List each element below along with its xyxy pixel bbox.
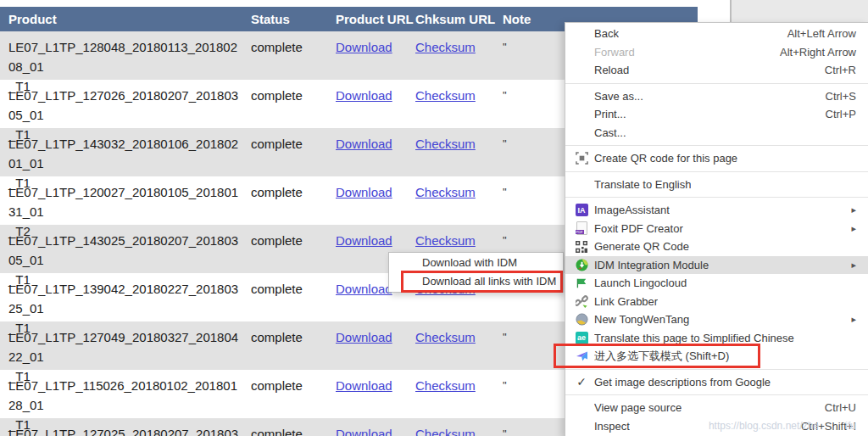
submenu-item-label: Download all links with IDM (422, 275, 556, 288)
download-link[interactable]: Download (336, 427, 392, 436)
menu-separator (565, 394, 868, 395)
menu-item-inspect[interactable]: Inspecthttps://blog.csdn.net/zheifuCtrl+… (565, 417, 868, 436)
menu-item-shortcut: Ctrl+P (826, 108, 856, 120)
menu-item-icon-slot: IA (572, 204, 591, 216)
menu-separator (565, 171, 868, 172)
download-link[interactable]: Download (336, 282, 392, 296)
checksum-link[interactable]: Checksum (415, 88, 476, 103)
menu-item-label: IDM Integration Module (594, 259, 709, 271)
context-menu: BackAlt+Left ArrowForwardAlt+Right Arrow… (565, 22, 868, 436)
menu-item-translate-to-english[interactable]: Translate to English (565, 176, 868, 194)
link-icon (576, 295, 588, 308)
checksum-link[interactable]: Checksum (415, 378, 476, 393)
checksum-link[interactable]: Checksum (415, 40, 476, 54)
menu-separator (565, 197, 868, 198)
menu-item-back[interactable]: BackAlt+Left Arrow (565, 25, 868, 43)
checksum-link[interactable]: Checksum (415, 185, 476, 199)
ia-icon: IA (576, 204, 588, 216)
menu-item-launch-lingocloud[interactable]: Launch Lingocloud (565, 274, 868, 293)
qrscan-icon (576, 152, 588, 165)
menu-item-view-page-source[interactable]: View page sourceCtrl+U (565, 399, 868, 417)
menu-item-label: Reload (594, 64, 629, 76)
column-header-product-url: Product URL (336, 12, 415, 26)
chevron-right-icon: ▸ (851, 314, 856, 325)
menu-item-multi-select-download-mode[interactable]: 进入多选下载模式 (Shift+D) (565, 347, 868, 366)
checksum-link[interactable]: Checksum (415, 330, 476, 344)
chevron-right-icon: ▸ (851, 204, 856, 215)
menu-item-cast[interactable]: Cast... (565, 124, 868, 143)
menu-item-label: Inspect (594, 420, 630, 433)
column-header-product: Product (8, 12, 251, 26)
status-value: complete (251, 424, 336, 436)
menu-item-icon-slot (572, 349, 591, 363)
download-link[interactable]: Download (336, 137, 392, 151)
submenu-item-download-with-idm[interactable]: Download with IDM (389, 254, 563, 272)
menu-item-icon-slot: ✓ (572, 375, 591, 388)
menu-item-reload[interactable]: ReloadCtrl+R (565, 61, 868, 80)
pdf-icon (576, 221, 587, 235)
download-link[interactable]: Download (336, 330, 392, 344)
menu-item-label: Save as... (594, 90, 643, 103)
menu-item-icon-slot (572, 259, 591, 271)
download-link[interactable]: Download (336, 88, 392, 103)
menu-item-shortcut: Ctrl+U (825, 401, 856, 414)
menu-item-icon-slot: ae (572, 332, 591, 344)
menu-item-icon-slot (572, 152, 591, 165)
menu-item-label: ImageAssistant (594, 204, 670, 216)
column-header-chksum-url: Chksum URL (415, 12, 503, 26)
menu-item-label: Back (594, 27, 619, 40)
menu-item-forward[interactable]: ForwardAlt+Right Arrow (565, 43, 868, 62)
menu-item-icon-slot (572, 277, 591, 289)
browser-edge-strip (730, 0, 868, 22)
chevron-right-icon: ▸ (851, 260, 856, 271)
menu-item-label: Forward (594, 46, 635, 59)
menu-item-label: Foxit PDF Creator (594, 222, 683, 235)
menu-item-label: Cast... (594, 126, 626, 139)
globe-icon (576, 313, 588, 326)
chevron-right-icon: ▸ (851, 223, 856, 234)
checksum-link[interactable]: Checksum (415, 137, 476, 151)
menu-item-label: Print... (594, 108, 626, 120)
checksum-link[interactable]: Checksum (415, 427, 476, 436)
menu-item-icon-slot (572, 295, 591, 308)
menu-item-label: 进入多选下载模式 (Shift+D) (594, 349, 729, 364)
menu-separator (565, 145, 868, 146)
menu-item-label: Launch Lingocloud (594, 277, 687, 289)
download-link[interactable]: Download (336, 233, 392, 248)
download-link[interactable]: Download (336, 185, 392, 199)
menu-item-create-qr-code[interactable]: Create QR code for this page (565, 149, 868, 168)
qr-icon (576, 241, 587, 253)
menu-item-generate-qr-code[interactable]: Generate QR Code (565, 238, 868, 256)
check-icon: ✓ (576, 375, 587, 388)
menu-item-get-image-descriptions[interactable]: ✓Get image descriptions from Google (565, 373, 868, 392)
checksum-link[interactable]: Checksum (415, 233, 476, 248)
submenu-item-download-all-links-with-idm[interactable]: Download all links with IDM (389, 272, 563, 291)
ae-icon: ae (576, 332, 588, 344)
menu-item-image-assistant[interactable]: IAImageAssistant▸ (565, 201, 868, 220)
menu-separator (565, 83, 868, 84)
menu-item-idm-integration-module[interactable]: IDM Integration Module▸ (565, 256, 868, 275)
menu-item-label: View page source (594, 401, 682, 414)
menu-item-link-grabber[interactable]: Link Grabber (565, 293, 868, 311)
menu-item-label: Create QR code for this page (594, 152, 737, 165)
menu-item-icon-slot (572, 241, 591, 253)
menu-item-shortcut: Ctrl+Shift+I (801, 420, 856, 433)
download-link[interactable]: Download (336, 378, 392, 393)
menu-item-shortcut: Alt+Right Arrow (780, 46, 856, 59)
bird-icon (575, 349, 588, 363)
menu-item-foxit-pdf-creator[interactable]: Foxit PDF Creator▸ (565, 220, 868, 238)
menu-item-save-as[interactable]: Save as...Ctrl+S (565, 87, 868, 106)
menu-item-shortcut: Ctrl+S (826, 90, 856, 103)
idm-icon (576, 259, 588, 271)
menu-item-print[interactable]: Print...Ctrl+P (565, 105, 868, 124)
download-link[interactable]: Download (336, 40, 392, 54)
menu-item-new-tongwentang[interactable]: New TongWenTang▸ (565, 310, 868, 329)
menu-item-icon-slot (572, 313, 591, 326)
menu-item-icon-slot (572, 221, 591, 235)
menu-item-label: Translate to English (594, 178, 691, 191)
idm-submenu: Download with IDMDownload all links with… (388, 252, 564, 293)
submenu-item-label: Download with IDM (422, 256, 517, 269)
menu-item-translate-simplified-chinese[interactable]: aeTranslate this page to Simplified Chin… (565, 329, 868, 348)
menu-item-label: Link Grabber (594, 295, 658, 308)
product-id: LE07_L1TP_127025_20180207_20180305_01 (8, 424, 251, 436)
